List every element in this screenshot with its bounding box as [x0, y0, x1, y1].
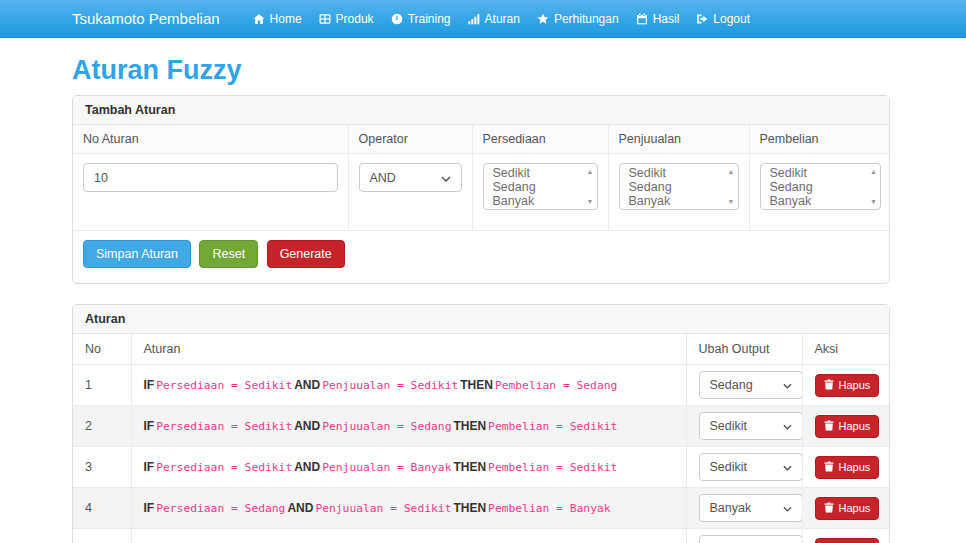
- logout-icon: [696, 13, 708, 25]
- table-row: 2 IFPersediaan = SedikitANDPenjuualan = …: [73, 406, 889, 447]
- col-header-operator: Operator: [348, 125, 472, 154]
- keyword-and: AND: [294, 378, 320, 392]
- simpan-aturan-button[interactable]: Simpan Aturan: [83, 240, 191, 268]
- trash-icon: [824, 502, 834, 515]
- output-select[interactable]: Sedikit: [699, 453, 803, 481]
- rule-result: Pembelian = Sedikit: [488, 461, 617, 474]
- nav-item-logout[interactable]: Logout: [696, 12, 750, 26]
- rule-cond1: Persediaan = Sedikit: [156, 461, 292, 474]
- scroll-up-icon[interactable]: ▲: [587, 168, 594, 175]
- brand[interactable]: Tsukamoto Pembelian: [72, 10, 220, 27]
- chevron-down-icon: [783, 460, 792, 474]
- scroll-down-icon[interactable]: ▼: [870, 198, 877, 205]
- tambah-aturan-card: Tambah Aturan No Aturan Operator Persedi…: [72, 95, 890, 284]
- home-icon: [253, 13, 265, 25]
- penjuualan-listbox[interactable]: Sedikit Sedang Banyak ▲ ▼: [619, 163, 739, 210]
- output-select[interactable]: Banyak: [699, 494, 803, 522]
- hapus-button[interactable]: Hapus: [815, 415, 880, 438]
- scroll-up-icon[interactable]: ▲: [728, 168, 735, 175]
- col-header-ubah-output: Ubah Output: [686, 334, 802, 365]
- nav-item-perhitungan[interactable]: Perhitungan: [537, 12, 619, 26]
- output-select[interactable]: Sedang: [699, 371, 803, 399]
- pembelian-listbox[interactable]: Sedikit Sedang Banyak ▲ ▼: [760, 163, 882, 210]
- rule-cond1: Persediaan = Sedang: [156, 502, 285, 515]
- rule-cond1: Persediaan = Sedikit: [156, 379, 292, 392]
- reset-button[interactable]: Reset: [199, 240, 258, 268]
- keyword-then: THEN: [460, 378, 493, 392]
- chevron-down-icon: [783, 419, 792, 433]
- keyword-if: IF: [144, 378, 155, 392]
- nav-item-training[interactable]: Training: [391, 12, 451, 26]
- nav-item-hasil[interactable]: Hasil: [636, 12, 680, 26]
- table-row: 4 IFPersediaan = SedangANDPenjuualan = S…: [73, 488, 889, 529]
- rule-cond2: Penjuualan = Sedikit: [315, 502, 451, 515]
- chevron-down-icon: [441, 171, 451, 185]
- col-header-aturan: Aturan: [131, 334, 686, 365]
- col-header-no-aturan: No Aturan: [73, 125, 348, 154]
- rule-cond2: Penjuualan = Banyak: [322, 461, 451, 474]
- table-row: 5 IFPersediaan = SedangANDPenjuualan = S…: [73, 529, 889, 543]
- output-select[interactable]: Sedang: [699, 535, 803, 543]
- table-icon: [319, 13, 331, 25]
- keyword-if: IF: [144, 419, 155, 433]
- generate-button[interactable]: Generate: [267, 240, 345, 268]
- nav-item-aturan[interactable]: Aturan: [468, 12, 520, 26]
- keyword-and: AND: [287, 501, 313, 515]
- rule-cond2: Penjuualan = Sedang: [322, 420, 451, 433]
- trash-icon: [824, 461, 834, 474]
- navbar: Tsukamoto Pembelian Home Produk Training…: [0, 0, 966, 38]
- output-select[interactable]: Sedikit: [699, 412, 803, 440]
- hapus-button[interactable]: Hapus: [815, 456, 880, 479]
- calendar-icon: [636, 13, 648, 25]
- listbox-option[interactable]: Banyak: [629, 194, 722, 208]
- listbox-option[interactable]: Banyak: [493, 194, 581, 208]
- col-header-aksi: Aksi: [802, 334, 889, 365]
- rule-number: 5: [73, 529, 131, 543]
- listbox-option[interactable]: Sedikit: [629, 166, 722, 180]
- col-header-pembelian: Pembelian: [749, 125, 890, 154]
- listbox-option[interactable]: Sedang: [629, 180, 722, 194]
- keyword-then: THEN: [453, 460, 486, 474]
- rule-result: Pembelian = Sedikit: [488, 420, 617, 433]
- listbox-option[interactable]: Sedang: [493, 180, 581, 194]
- clock-icon: [391, 13, 403, 25]
- listbox-option[interactable]: Sedang: [770, 180, 865, 194]
- aturan-card: Aturan No Aturan Ubah Output Aksi 1 IFPe…: [72, 304, 890, 543]
- hapus-button[interactable]: Hapus: [815, 374, 880, 397]
- keyword-if: IF: [144, 460, 155, 474]
- trash-icon: [824, 420, 834, 433]
- scroll-down-icon[interactable]: ▼: [587, 198, 594, 205]
- nav-item-home[interactable]: Home: [253, 12, 302, 26]
- persediaan-listbox[interactable]: Sedikit Sedang Banyak ▲ ▼: [483, 163, 598, 210]
- rule-number: 1: [73, 365, 131, 406]
- keyword-and: AND: [294, 460, 320, 474]
- hapus-button[interactable]: Hapus: [815, 538, 880, 543]
- hapus-button[interactable]: Hapus: [815, 497, 880, 520]
- table-row: 3 IFPersediaan = SedikitANDPenjuualan = …: [73, 447, 889, 488]
- chevron-down-icon: [783, 501, 792, 515]
- rules-card-title: Aturan: [73, 305, 889, 334]
- rule-cond2: Penjuualan = Sedikit: [322, 379, 458, 392]
- col-header-no: No: [73, 334, 131, 365]
- operator-select[interactable]: AND: [359, 163, 462, 192]
- col-header-penjuualan: Penjuualan: [608, 125, 749, 154]
- rule-cond1: Persediaan = Sedikit: [156, 420, 292, 433]
- table-row: 1 IFPersediaan = SedikitANDPenjuualan = …: [73, 365, 889, 406]
- nav-item-produk[interactable]: Produk: [319, 12, 374, 26]
- rule-result: Pembelian = Banyak: [488, 502, 610, 515]
- bar-chart-icon: [468, 13, 480, 25]
- rule-number: 4: [73, 488, 131, 529]
- no-aturan-input[interactable]: [83, 163, 338, 192]
- rule-result: Pembelian = Sedang: [495, 379, 617, 392]
- listbox-option[interactable]: Sedikit: [770, 166, 865, 180]
- keyword-then: THEN: [453, 501, 486, 515]
- scroll-down-icon[interactable]: ▼: [728, 198, 735, 205]
- keyword-and: AND: [294, 419, 320, 433]
- listbox-option[interactable]: Sedikit: [493, 166, 581, 180]
- rule-number: 2: [73, 406, 131, 447]
- scroll-up-icon[interactable]: ▲: [870, 168, 877, 175]
- trash-icon: [824, 379, 834, 392]
- page-title: Aturan Fuzzy: [72, 55, 890, 86]
- listbox-option[interactable]: Banyak: [770, 194, 865, 208]
- star-icon: [537, 13, 549, 25]
